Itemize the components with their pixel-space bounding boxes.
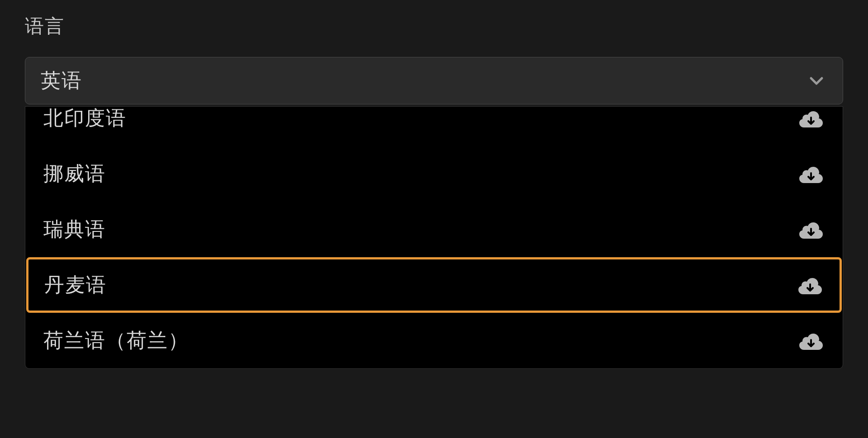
selected-language-label: 英语 bbox=[41, 67, 82, 94]
language-option-hindi[interactable]: 北印度语 bbox=[25, 107, 843, 146]
language-option-label: 荷兰语（荷兰） bbox=[43, 327, 189, 354]
chevron-down-icon bbox=[806, 70, 827, 92]
language-dropdown-scroll[interactable]: 北印度语 挪威语 瑞典语 bbox=[25, 107, 843, 368]
section-label: 语言 bbox=[25, 14, 843, 39]
language-option-norwegian[interactable]: 挪威语 bbox=[25, 146, 843, 202]
language-option-dutch-nl[interactable]: 荷兰语（荷兰） bbox=[25, 313, 843, 368]
language-option-label: 瑞典语 bbox=[43, 216, 106, 243]
language-option-swedish[interactable]: 瑞典语 bbox=[25, 202, 843, 257]
cloud-download-icon[interactable] bbox=[797, 163, 825, 185]
language-dropdown: 北印度语 挪威语 瑞典语 bbox=[25, 106, 843, 369]
cloud-download-icon[interactable] bbox=[797, 108, 825, 129]
cloud-download-icon[interactable] bbox=[797, 330, 825, 352]
cloud-download-icon[interactable] bbox=[797, 219, 825, 240]
language-option-danish[interactable]: 丹麦语 bbox=[26, 257, 842, 313]
cloud-download-icon[interactable] bbox=[797, 274, 824, 296]
language-section: 语言 英语 北印度语 挪威语 bbox=[25, 14, 843, 369]
language-select[interactable]: 英语 bbox=[25, 57, 843, 104]
language-option-label: 北印度语 bbox=[43, 107, 127, 132]
language-option-label: 挪威语 bbox=[43, 160, 106, 187]
language-option-label: 丹麦语 bbox=[44, 272, 107, 298]
